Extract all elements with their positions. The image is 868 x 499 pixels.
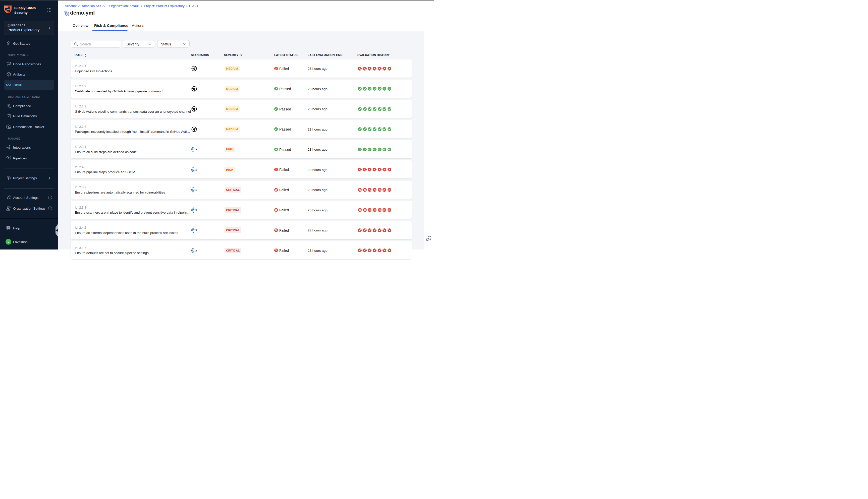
svg-text:CIS: CIS xyxy=(193,249,197,250)
svg-text:CIS: CIS xyxy=(193,188,197,191)
svg-text:CIS: CIS xyxy=(193,168,197,171)
svg-text:?: ? xyxy=(8,227,9,229)
svg-text:CIS: CIS xyxy=(193,229,197,232)
svg-text:CIS: CIS xyxy=(193,209,197,211)
svg-text:CIS: CIS xyxy=(193,148,197,151)
